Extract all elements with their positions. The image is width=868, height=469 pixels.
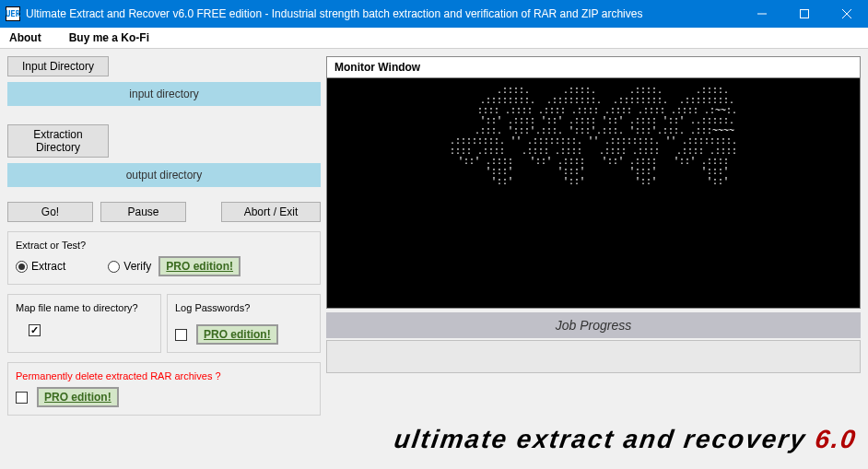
log-passwords-label: Log Passwords? [175, 302, 312, 313]
map-filename-checkbox[interactable] [29, 324, 41, 336]
log-passwords-checkbox[interactable] [175, 329, 187, 341]
map-filename-group: Map file name to directory? [7, 294, 161, 353]
menu-kofi[interactable]: Buy me a Ko-Fi [69, 31, 149, 44]
app-icon: UER [6, 6, 20, 21]
pro-badge-delete[interactable]: PRO edition! [37, 387, 119, 407]
monitor-window: .::::. .::::. .::::. .::::. .::::::::. .… [326, 78, 861, 309]
svg-rect-1 [801, 10, 809, 18]
job-progress-bar [326, 340, 861, 373]
extract-radio[interactable]: Extract [16, 260, 65, 273]
extract-test-group: Extract or Test? Extract Verify PRO edit… [7, 231, 321, 285]
footer: ultimate extract and recovery 6.0 [0, 423, 868, 460]
extraction-directory-field[interactable]: output directory [7, 163, 321, 187]
delete-archives-checkbox[interactable] [16, 392, 28, 404]
go-button[interactable]: Go! [7, 202, 93, 222]
extract-test-label: Extract or Test? [16, 240, 312, 251]
monitor-header: Monitor Window [326, 56, 861, 78]
window-title: Ultimate Extract and Recover v6.0 FREE e… [26, 7, 741, 20]
input-directory-button[interactable]: Input Directory [7, 56, 109, 76]
delete-archives-label: Permanently delete extracted RAR archive… [16, 370, 312, 381]
menubar: About Buy me a Ko-Fi [0, 28, 868, 49]
delete-archives-group: Permanently delete extracted RAR archive… [7, 362, 321, 416]
extract-radio-label: Extract [31, 260, 65, 273]
verify-radio[interactable]: Verify [108, 260, 151, 273]
radio-icon [16, 261, 28, 273]
titlebar: UER Ultimate Extract and Recover v6.0 FR… [0, 0, 868, 28]
map-filename-label: Map file name to directory? [16, 302, 153, 313]
minimize-button[interactable] [741, 0, 783, 28]
pro-badge-verify[interactable]: PRO edition! [158, 256, 240, 276]
window-controls [741, 0, 868, 28]
content: Input Directory input directory Extracti… [0, 49, 868, 423]
log-passwords-group: Log Passwords? PRO edition! [167, 294, 321, 353]
extraction-directory-button[interactable]: Extraction Directory [7, 124, 109, 158]
left-panel: Input Directory input directory Extracti… [7, 56, 321, 416]
maximize-button[interactable] [783, 0, 826, 28]
input-directory-field[interactable]: input directory [7, 82, 321, 106]
footer-logo: ultimate extract and recovery 6.0 [393, 425, 859, 454]
footer-text: ultimate extract and recovery [393, 425, 817, 453]
abort-button[interactable]: Abort / Exit [221, 202, 321, 222]
footer-version: 6.0 [814, 425, 859, 453]
menu-about[interactable]: About [9, 31, 41, 44]
pause-button[interactable]: Pause [100, 202, 186, 222]
close-button[interactable] [826, 0, 868, 28]
right-panel: Monitor Window .::::. .::::. .::::. .:::… [326, 56, 861, 416]
pro-badge-log[interactable]: PRO edition! [196, 324, 278, 345]
radio-icon [108, 261, 120, 273]
job-progress-label: Job Progress [326, 312, 861, 338]
action-row: Go! Pause Abort / Exit [7, 202, 321, 222]
verify-radio-label: Verify [123, 260, 151, 273]
